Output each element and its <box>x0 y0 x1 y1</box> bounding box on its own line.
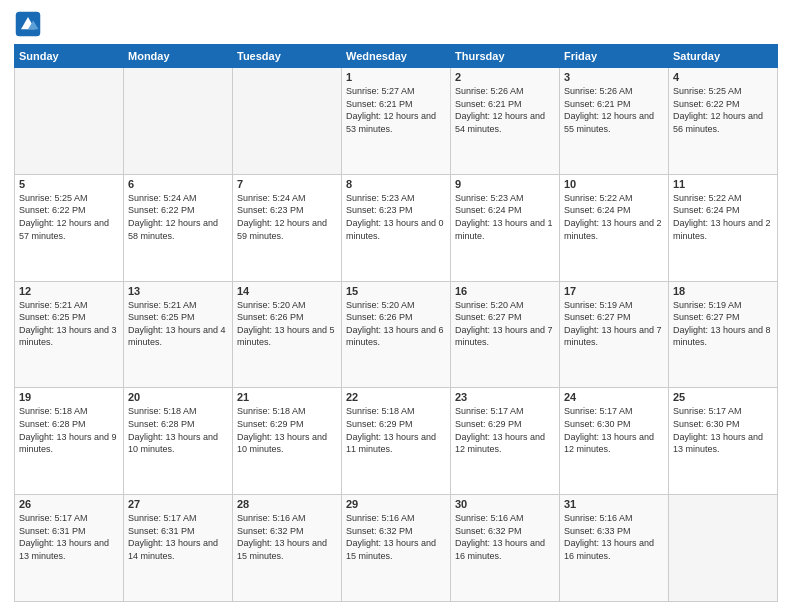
day-info: Sunrise: 5:19 AMSunset: 6:27 PMDaylight:… <box>673 299 773 349</box>
day-info: Sunrise: 5:22 AMSunset: 6:24 PMDaylight:… <box>564 192 664 242</box>
day-info: Sunrise: 5:24 AMSunset: 6:22 PMDaylight:… <box>128 192 228 242</box>
day-cell: 24Sunrise: 5:17 AMSunset: 6:30 PMDayligh… <box>560 388 669 495</box>
day-info: Sunrise: 5:17 AMSunset: 6:29 PMDaylight:… <box>455 405 555 455</box>
day-number: 6 <box>128 178 228 190</box>
day-info: Sunrise: 5:18 AMSunset: 6:29 PMDaylight:… <box>237 405 337 455</box>
calendar-page: SundayMondayTuesdayWednesdayThursdayFrid… <box>0 0 792 612</box>
day-cell: 21Sunrise: 5:18 AMSunset: 6:29 PMDayligh… <box>233 388 342 495</box>
day-number: 29 <box>346 498 446 510</box>
day-number: 4 <box>673 71 773 83</box>
day-info: Sunrise: 5:25 AMSunset: 6:22 PMDaylight:… <box>19 192 119 242</box>
weekday-header-row: SundayMondayTuesdayWednesdayThursdayFrid… <box>15 45 778 68</box>
day-number: 12 <box>19 285 119 297</box>
day-number: 20 <box>128 391 228 403</box>
day-number: 10 <box>564 178 664 190</box>
weekday-header-saturday: Saturday <box>669 45 778 68</box>
day-cell: 30Sunrise: 5:16 AMSunset: 6:32 PMDayligh… <box>451 495 560 602</box>
weekday-header-thursday: Thursday <box>451 45 560 68</box>
week-row-3: 12Sunrise: 5:21 AMSunset: 6:25 PMDayligh… <box>15 281 778 388</box>
day-number: 18 <box>673 285 773 297</box>
day-cell: 18Sunrise: 5:19 AMSunset: 6:27 PMDayligh… <box>669 281 778 388</box>
day-info: Sunrise: 5:21 AMSunset: 6:25 PMDaylight:… <box>19 299 119 349</box>
day-number: 9 <box>455 178 555 190</box>
day-number: 5 <box>19 178 119 190</box>
day-number: 16 <box>455 285 555 297</box>
day-number: 13 <box>128 285 228 297</box>
day-info: Sunrise: 5:20 AMSunset: 6:27 PMDaylight:… <box>455 299 555 349</box>
day-cell: 1Sunrise: 5:27 AMSunset: 6:21 PMDaylight… <box>342 68 451 175</box>
week-row-1: 1Sunrise: 5:27 AMSunset: 6:21 PMDaylight… <box>15 68 778 175</box>
day-cell: 5Sunrise: 5:25 AMSunset: 6:22 PMDaylight… <box>15 174 124 281</box>
week-row-5: 26Sunrise: 5:17 AMSunset: 6:31 PMDayligh… <box>15 495 778 602</box>
day-info: Sunrise: 5:18 AMSunset: 6:28 PMDaylight:… <box>19 405 119 455</box>
day-info: Sunrise: 5:22 AMSunset: 6:24 PMDaylight:… <box>673 192 773 242</box>
day-info: Sunrise: 5:16 AMSunset: 6:32 PMDaylight:… <box>237 512 337 562</box>
day-info: Sunrise: 5:17 AMSunset: 6:31 PMDaylight:… <box>128 512 228 562</box>
day-number: 15 <box>346 285 446 297</box>
day-cell: 25Sunrise: 5:17 AMSunset: 6:30 PMDayligh… <box>669 388 778 495</box>
day-cell <box>233 68 342 175</box>
day-number: 11 <box>673 178 773 190</box>
day-info: Sunrise: 5:21 AMSunset: 6:25 PMDaylight:… <box>128 299 228 349</box>
day-cell: 9Sunrise: 5:23 AMSunset: 6:24 PMDaylight… <box>451 174 560 281</box>
logo-icon <box>14 10 42 38</box>
day-number: 26 <box>19 498 119 510</box>
day-number: 22 <box>346 391 446 403</box>
day-cell: 23Sunrise: 5:17 AMSunset: 6:29 PMDayligh… <box>451 388 560 495</box>
day-cell: 13Sunrise: 5:21 AMSunset: 6:25 PMDayligh… <box>124 281 233 388</box>
day-cell: 17Sunrise: 5:19 AMSunset: 6:27 PMDayligh… <box>560 281 669 388</box>
day-info: Sunrise: 5:26 AMSunset: 6:21 PMDaylight:… <box>455 85 555 135</box>
day-info: Sunrise: 5:27 AMSunset: 6:21 PMDaylight:… <box>346 85 446 135</box>
weekday-header-friday: Friday <box>560 45 669 68</box>
day-cell: 10Sunrise: 5:22 AMSunset: 6:24 PMDayligh… <box>560 174 669 281</box>
day-number: 14 <box>237 285 337 297</box>
header <box>14 10 778 38</box>
day-info: Sunrise: 5:20 AMSunset: 6:26 PMDaylight:… <box>346 299 446 349</box>
day-cell: 15Sunrise: 5:20 AMSunset: 6:26 PMDayligh… <box>342 281 451 388</box>
day-number: 28 <box>237 498 337 510</box>
weekday-header-wednesday: Wednesday <box>342 45 451 68</box>
day-cell: 27Sunrise: 5:17 AMSunset: 6:31 PMDayligh… <box>124 495 233 602</box>
day-number: 1 <box>346 71 446 83</box>
day-number: 27 <box>128 498 228 510</box>
day-info: Sunrise: 5:18 AMSunset: 6:29 PMDaylight:… <box>346 405 446 455</box>
day-info: Sunrise: 5:19 AMSunset: 6:27 PMDaylight:… <box>564 299 664 349</box>
day-cell <box>15 68 124 175</box>
logo <box>14 10 46 38</box>
day-cell: 20Sunrise: 5:18 AMSunset: 6:28 PMDayligh… <box>124 388 233 495</box>
day-cell: 14Sunrise: 5:20 AMSunset: 6:26 PMDayligh… <box>233 281 342 388</box>
day-number: 17 <box>564 285 664 297</box>
day-cell: 26Sunrise: 5:17 AMSunset: 6:31 PMDayligh… <box>15 495 124 602</box>
day-info: Sunrise: 5:23 AMSunset: 6:24 PMDaylight:… <box>455 192 555 242</box>
week-row-2: 5Sunrise: 5:25 AMSunset: 6:22 PMDaylight… <box>15 174 778 281</box>
week-row-4: 19Sunrise: 5:18 AMSunset: 6:28 PMDayligh… <box>15 388 778 495</box>
day-cell <box>669 495 778 602</box>
day-info: Sunrise: 5:24 AMSunset: 6:23 PMDaylight:… <box>237 192 337 242</box>
day-cell: 29Sunrise: 5:16 AMSunset: 6:32 PMDayligh… <box>342 495 451 602</box>
day-info: Sunrise: 5:18 AMSunset: 6:28 PMDaylight:… <box>128 405 228 455</box>
day-cell: 4Sunrise: 5:25 AMSunset: 6:22 PMDaylight… <box>669 68 778 175</box>
day-number: 23 <box>455 391 555 403</box>
day-cell: 19Sunrise: 5:18 AMSunset: 6:28 PMDayligh… <box>15 388 124 495</box>
day-cell: 12Sunrise: 5:21 AMSunset: 6:25 PMDayligh… <box>15 281 124 388</box>
day-number: 24 <box>564 391 664 403</box>
day-cell: 22Sunrise: 5:18 AMSunset: 6:29 PMDayligh… <box>342 388 451 495</box>
day-cell: 3Sunrise: 5:26 AMSunset: 6:21 PMDaylight… <box>560 68 669 175</box>
day-number: 19 <box>19 391 119 403</box>
day-info: Sunrise: 5:17 AMSunset: 6:31 PMDaylight:… <box>19 512 119 562</box>
day-cell: 8Sunrise: 5:23 AMSunset: 6:23 PMDaylight… <box>342 174 451 281</box>
weekday-header-monday: Monday <box>124 45 233 68</box>
day-info: Sunrise: 5:17 AMSunset: 6:30 PMDaylight:… <box>673 405 773 455</box>
calendar-table: SundayMondayTuesdayWednesdayThursdayFrid… <box>14 44 778 602</box>
day-info: Sunrise: 5:26 AMSunset: 6:21 PMDaylight:… <box>564 85 664 135</box>
day-number: 7 <box>237 178 337 190</box>
day-cell: 28Sunrise: 5:16 AMSunset: 6:32 PMDayligh… <box>233 495 342 602</box>
day-cell: 2Sunrise: 5:26 AMSunset: 6:21 PMDaylight… <box>451 68 560 175</box>
day-info: Sunrise: 5:20 AMSunset: 6:26 PMDaylight:… <box>237 299 337 349</box>
weekday-header-sunday: Sunday <box>15 45 124 68</box>
day-number: 30 <box>455 498 555 510</box>
day-cell: 31Sunrise: 5:16 AMSunset: 6:33 PMDayligh… <box>560 495 669 602</box>
day-info: Sunrise: 5:23 AMSunset: 6:23 PMDaylight:… <box>346 192 446 242</box>
day-number: 31 <box>564 498 664 510</box>
day-info: Sunrise: 5:16 AMSunset: 6:33 PMDaylight:… <box>564 512 664 562</box>
